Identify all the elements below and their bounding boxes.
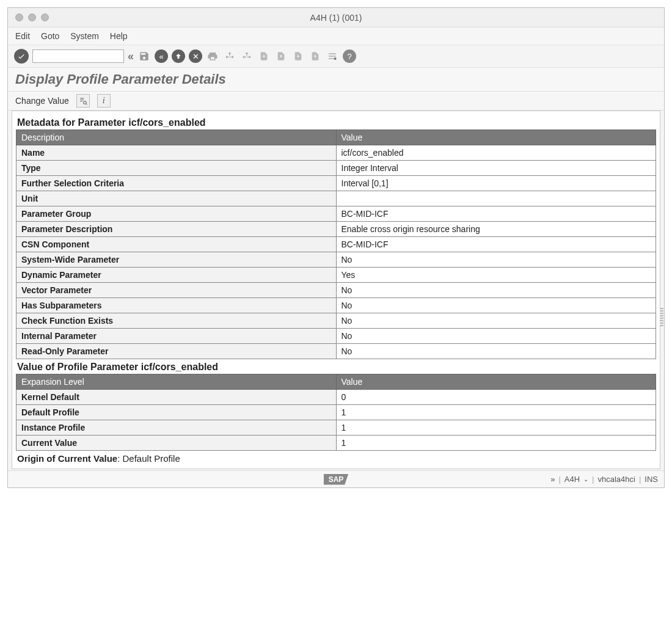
resize-grip-icon[interactable] (660, 308, 663, 326)
table-row: Current Value1 (16, 436, 656, 451)
value-section-title: Value of Profile Parameter icf/cors_enab… (17, 362, 655, 373)
row-value: 1 (336, 420, 656, 436)
metadata-col-description: Description (16, 130, 337, 145)
table-row: Instance Profile1 (16, 420, 656, 436)
table-row: TypeInteger Interval (16, 161, 656, 176)
status-mode: INS (645, 475, 658, 484)
new-session-icon[interactable] (326, 49, 339, 63)
row-value (336, 191, 656, 206)
prev-page-icon[interactable] (274, 49, 288, 63)
window-title: A4H (1) (001) (8, 13, 664, 23)
menubar: Edit Goto System Help (8, 27, 664, 45)
menu-system[interactable]: System (70, 31, 99, 41)
value-table: Expansion Level Value Kernel Default0Def… (16, 374, 656, 451)
metadata-col-value: Value (336, 130, 656, 145)
documentation-icon[interactable] (76, 94, 90, 108)
row-value: BC-MID-ICF (336, 206, 656, 222)
help-icon[interactable]: ? (343, 49, 356, 63)
table-row: Check Function ExistsNo (16, 313, 656, 329)
value-col-expansion: Expansion Level (16, 374, 337, 390)
row-label: Current Value (16, 436, 337, 451)
change-value-button[interactable]: Change Value (15, 96, 69, 106)
back-double-icon[interactable]: « (128, 50, 134, 63)
print-icon[interactable] (206, 49, 219, 63)
next-page-icon[interactable] (291, 49, 305, 63)
origin-value: Default Profile (123, 453, 180, 464)
first-page-icon[interactable] (257, 49, 271, 63)
table-row: Has SubparametersNo (16, 298, 656, 313)
menu-help[interactable]: Help (110, 31, 128, 41)
table-row: Internal ParameterNo (16, 329, 656, 344)
enter-icon[interactable] (14, 49, 29, 64)
exit-icon[interactable] (172, 49, 185, 63)
row-value: 1 (336, 436, 656, 451)
content-area: Metadata for Parameter icf/cors_enabled … (12, 111, 660, 469)
row-label: Dynamic Parameter (16, 268, 337, 283)
save-icon[interactable] (137, 49, 151, 63)
table-row: Default Profile1 (16, 405, 656, 420)
minimize-dot-icon[interactable] (28, 13, 36, 21)
find-icon[interactable] (223, 49, 236, 63)
row-label: Default Profile (16, 405, 337, 420)
last-page-icon[interactable] (309, 49, 322, 63)
metadata-section-title: Metadata for Parameter icf/cors_enabled (17, 117, 655, 128)
origin-label: Origin of Current Value (17, 453, 117, 464)
table-row: Vector ParameterNo (16, 283, 656, 298)
back-icon[interactable]: « (155, 49, 168, 63)
page-title: Display Profile Parameter Details (8, 68, 664, 92)
table-row: Read-Only ParameterNo (16, 344, 656, 359)
zoom-dot-icon[interactable] (41, 13, 49, 21)
value-col-value: Value (336, 374, 656, 390)
table-row: System-Wide ParameterNo (16, 252, 656, 268)
row-value: Yes (336, 268, 656, 283)
row-value: No (336, 298, 656, 313)
app-window: A4H (1) (001) Edit Goto System Help « « … (7, 7, 665, 488)
table-row: Parameter DescriptionEnable cross origin… (16, 222, 656, 237)
row-value: 0 (336, 390, 656, 405)
app-toolbar: Change Value i (8, 92, 664, 111)
row-label: Kernel Default (16, 390, 337, 405)
info-icon[interactable]: i (97, 94, 111, 108)
row-value: No (336, 344, 656, 359)
metadata-table: Description Value Nameicf/cors_enabledTy… (16, 129, 656, 359)
table-row: Parameter GroupBC-MID-ICF (16, 206, 656, 222)
find-next-icon[interactable] (240, 49, 254, 63)
row-label: Vector Parameter (16, 283, 337, 298)
row-label: Has Subparameters (16, 298, 337, 313)
sap-logo-icon: SAP (324, 474, 349, 485)
row-label: System-Wide Parameter (16, 252, 337, 268)
status-expand-icon[interactable]: » (550, 475, 555, 484)
table-row: Unit (16, 191, 656, 206)
row-label: Unit (16, 191, 337, 206)
row-label: Parameter Group (16, 206, 337, 222)
titlebar[interactable]: A4H (1) (001) (8, 8, 664, 27)
row-value: Integer Interval (336, 161, 656, 176)
cancel-icon[interactable]: ✕ (189, 49, 202, 63)
row-label: Further Selection Criteria (16, 176, 337, 191)
close-dot-icon[interactable] (15, 13, 23, 21)
menu-goto[interactable]: Goto (41, 31, 59, 41)
command-field[interactable] (32, 49, 124, 63)
svg-point-0 (334, 57, 337, 60)
traffic-lights (8, 13, 49, 21)
status-system[interactable]: A4H (564, 475, 580, 484)
row-value: No (336, 252, 656, 268)
svg-line-2 (86, 104, 87, 105)
row-label: Type (16, 161, 337, 176)
statusbar: SAP » | A4H ⌄ | vhcala4hci | INS (8, 470, 664, 487)
table-row: Kernel Default0 (16, 390, 656, 405)
row-label: Parameter Description (16, 222, 337, 237)
row-value: No (336, 283, 656, 298)
table-row: Nameicf/cors_enabled (16, 145, 656, 161)
menu-edit[interactable]: Edit (15, 31, 30, 41)
row-label: Internal Parameter (16, 329, 337, 344)
standard-toolbar: « « ✕ ? (8, 45, 664, 68)
table-row: CSN ComponentBC-MID-ICF (16, 237, 656, 252)
table-row: Further Selection CriteriaInterval [0,1] (16, 176, 656, 191)
row-value: No (336, 329, 656, 344)
row-value: Enable cross origin resource sharing (336, 222, 656, 237)
row-label: Name (16, 145, 337, 161)
row-label: Instance Profile (16, 420, 337, 436)
row-label: CSN Component (16, 237, 337, 252)
row-value: No (336, 313, 656, 329)
